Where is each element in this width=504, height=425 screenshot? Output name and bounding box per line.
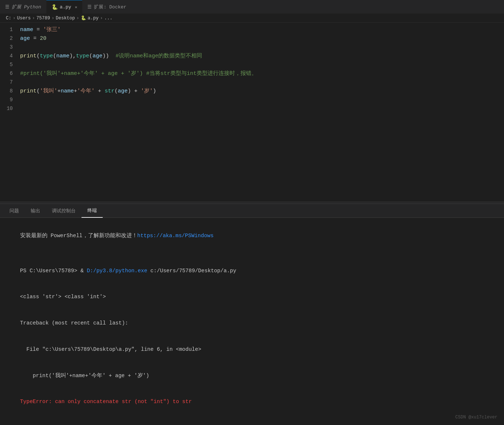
panel-tab-label-debug: 调试控制台 [52,208,76,214]
term-line-run2: PS C:\Users\75789> & D:/py3.8/python.exe… [7,415,497,425]
list-icon-docker: ☰ [87,4,92,10]
tab-bar: ☰ 扩展 Python 🐍 a.py ✕ ☰ 扩展: Docker [0,0,504,14]
code-content-1: name = '张三' [20,26,504,34]
code-content-8: print('我叫'+name+'今年' + str(age) + '岁') [20,87,504,96]
close-icon[interactable]: ✕ [75,5,77,10]
line-num-1: 1 [0,26,20,34]
panel-tab-label-terminal: 终端 [87,207,97,214]
panel-tabs: 问题 输出 调试控制台 终端 [0,204,504,218]
term-line-run1: PS C:\Users\75789> & D:/py3.8/python.exe… [7,258,497,284]
line-num-3: 3 [0,43,20,51]
code-content-2: age = 20 [20,34,504,43]
code-content-3 [20,43,504,52]
term-line-print-stmt: print('我叫'+name+'今年' + age + '岁') [7,363,497,389]
panel-tab-problems[interactable]: 问题 [4,204,25,218]
tab-label-a-py: a.py [60,4,71,10]
term-line-typeerror: TypeError: can only concatenate str (not… [7,389,497,415]
line-num-7: 7 [0,78,20,86]
panel-tab-output[interactable]: 输出 [25,204,46,218]
breadcrumb-users: Users [17,16,31,21]
code-content-6: #print('我叫'+name+'今年' + age + '岁') #当将st… [20,69,504,78]
line-num-5: 5 [0,61,20,69]
tab-a-py[interactable]: 🐍 a.py ✕ [46,0,83,14]
panel-tab-label-problems: 问题 [10,208,19,214]
breadcrumb-file-icon: 🐍 [81,15,86,21]
list-icon: ☰ [5,4,10,10]
panel-tab-debug[interactable]: 调试控制台 [46,204,82,218]
snake-icon: 🐍 [52,4,58,10]
line-num-6: 6 [0,69,20,77]
code-editor[interactable]: 1 name = '张三' 2 age = 20 3 4 print(type(… [0,23,504,202]
code-line-3: 3 [0,43,504,52]
breadcrumb-desktop: Desktop [56,16,75,21]
watermark-text: CSDN @xu17clever [455,415,497,420]
code-line-5: 5 [0,61,504,69]
line-num-8: 8 [0,87,20,95]
tab-label-python-ext: 扩展 Python [12,4,41,10]
terminal[interactable]: 安装最新的 PowerShell，了解新功能和改进！https://aka.ms… [0,218,504,425]
line-num-9: 9 [0,96,20,104]
breadcrumb-ellipsis: ... [104,16,113,21]
code-content-9 [20,96,504,105]
term-line-install: 安装最新的 PowerShell，了解新功能和改进！https://aka.ms… [7,223,497,249]
watermark: CSDN @xu17clever [455,415,497,420]
code-line-8: 8 print('我叫'+name+'今年' + str(age) + '岁') [0,87,504,96]
code-line-6: 6 #print('我叫'+name+'今年' + age + '岁') #当将… [0,69,504,78]
tab-label-docker-ext: 扩展: Docker [94,4,126,10]
breadcrumb-c: C: [6,16,11,21]
panel-tab-label-output: 输出 [31,208,40,214]
code-content-10 [20,105,504,113]
code-line-10: 10 [0,105,504,113]
breadcrumb: C: › Users › 75789 › Desktop › 🐍 a.py › … [0,14,504,23]
code-line-2: 2 age = 20 [0,34,504,43]
code-line-4: 4 print(type(name),type(age)) #说明name和ag… [0,52,504,61]
code-line-7: 7 [0,78,504,87]
code-content-5 [20,61,504,69]
term-line-file: File "c:\Users\75789\Desktop\a.py", line… [7,337,497,363]
line-num-4: 4 [0,52,20,60]
code-content-7 [20,78,504,87]
term-line-traceback: Traceback (most recent call last): [7,310,497,337]
panel-tab-terminal[interactable]: 终端 [82,204,103,218]
code-line-1: 1 name = '张三' [0,26,504,34]
line-num-2: 2 [0,34,20,42]
breadcrumb-file: a.py [88,16,99,21]
breadcrumb-75789: 75789 [37,16,50,21]
line-num-10: 10 [0,105,20,113]
code-content-4: print(type(name),type(age)) #说明name和age的… [20,52,504,61]
term-line-class1: <class 'str'> <class 'int'> [7,284,497,310]
term-line-blank1 [7,249,497,258]
tab-docker-ext[interactable]: ☰ 扩展: Docker [82,0,131,14]
tab-python-ext[interactable]: ☰ 扩展 Python [0,0,46,14]
code-line-9: 9 [0,96,504,105]
